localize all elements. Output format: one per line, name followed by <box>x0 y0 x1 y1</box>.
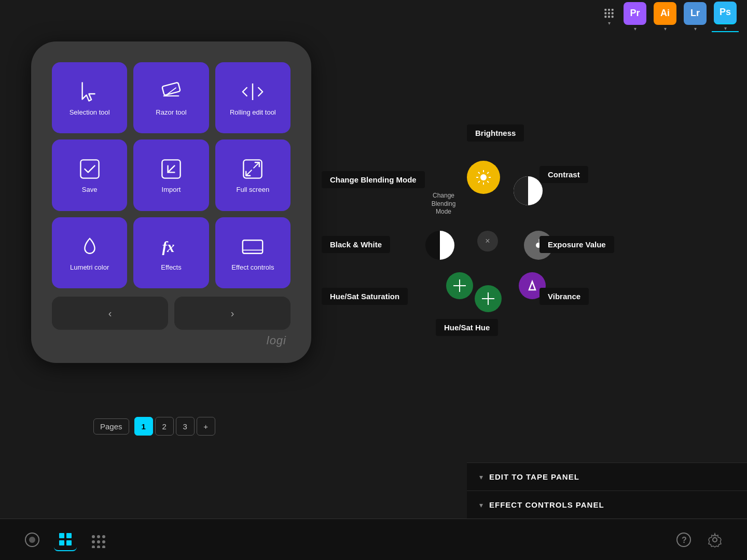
svg-rect-5 <box>612 12 614 15</box>
svg-line-16 <box>254 163 259 169</box>
svg-rect-35 <box>66 533 72 538</box>
edit-to-tape-chevron: ▾ <box>479 473 483 481</box>
svg-line-27 <box>487 181 489 183</box>
svg-point-33 <box>29 537 35 543</box>
svg-point-21 <box>480 174 487 180</box>
full-screen-button[interactable]: Full screen <box>215 139 290 211</box>
selection-tool-button[interactable]: Selection tool <box>52 62 127 133</box>
exposure-value-label: Exposure Value <box>540 236 614 253</box>
bottom-left-icons <box>21 528 110 551</box>
svg-rect-13 <box>80 160 99 178</box>
contrast-label: Contrast <box>540 166 588 183</box>
page-2-button[interactable]: 2 <box>155 417 174 436</box>
device-nav-row: ‹ › <box>52 297 290 330</box>
brightness-label: Brightness <box>467 124 524 142</box>
svg-point-42 <box>97 540 100 543</box>
pages-row: Pages 1 2 3 + <box>93 417 215 436</box>
panels-container: ▾ EDIT TO TAPE PANEL ▾ EFFECT CONTROLS P… <box>467 463 747 519</box>
x-dial[interactable]: × <box>477 231 498 251</box>
device-logo: logi <box>52 334 290 347</box>
svg-rect-37 <box>66 540 72 545</box>
lumetri-color-button[interactable]: Lumetri color <box>52 217 127 288</box>
effect-controls-title: EFFECT CONTROLS PANEL <box>489 500 604 509</box>
svg-point-41 <box>92 540 95 543</box>
edit-to-tape-panel[interactable]: ▾ EDIT TO TAPE PANEL <box>467 463 747 491</box>
bottom-grid-icon[interactable] <box>54 528 77 551</box>
change-blending-mode-inner: ChangeBlendingMode <box>423 192 464 216</box>
page-add-button[interactable]: + <box>197 417 215 436</box>
nav-app-ai[interactable]: Ai ▾ <box>652 2 679 32</box>
hue-sat-saturation-label: Hue/Sat Saturation <box>322 288 408 305</box>
svg-point-44 <box>92 545 95 548</box>
change-blending-mode-label: Change Blending Mode <box>322 171 425 188</box>
settings-icon[interactable] <box>703 528 726 551</box>
import-button[interactable]: Import <box>133 139 209 211</box>
device-prev-button[interactable]: ‹ <box>52 297 168 330</box>
apps-grid-button[interactable]: ▾ <box>600 7 618 26</box>
page-3-button[interactable]: 3 <box>176 417 195 436</box>
edit-to-tape-title: EDIT TO TAPE PANEL <box>489 472 579 481</box>
svg-rect-19 <box>243 240 262 254</box>
hue-sat-hue-dial[interactable] <box>475 285 502 312</box>
svg-point-39 <box>97 535 100 538</box>
effect-controls-button[interactable]: Effect controls <box>215 217 290 288</box>
device-container: Selection tool Razor tool Rolling edit <box>31 41 311 363</box>
razor-tool-button[interactable]: Razor tool <box>133 62 209 133</box>
svg-line-29 <box>478 181 480 183</box>
bottom-dots-icon[interactable] <box>87 528 110 551</box>
svg-rect-1 <box>608 9 610 11</box>
svg-text:fx: fx <box>162 238 174 255</box>
svg-rect-6 <box>604 16 606 18</box>
svg-rect-9 <box>162 82 180 95</box>
svg-point-45 <box>97 545 100 548</box>
svg-line-17 <box>247 170 252 175</box>
black-white-dial[interactable] <box>425 231 454 260</box>
hue-sat-hue-label: Hue/Sat Hue <box>436 319 498 336</box>
svg-marker-31 <box>529 282 535 290</box>
nav-app-ps[interactable]: Ps ▾ <box>712 2 739 32</box>
svg-line-28 <box>487 172 489 174</box>
vibrance-label: Vibrance <box>540 288 589 305</box>
svg-rect-36 <box>59 540 64 545</box>
save-button[interactable]: Save <box>52 139 127 211</box>
bottom-bar: ? <box>0 519 747 560</box>
page-1-button[interactable]: 1 <box>134 417 153 436</box>
svg-rect-34 <box>59 533 64 538</box>
rolling-edit-tool-button[interactable]: Rolling edit tool <box>215 62 290 133</box>
nav-app-lr[interactable]: Lr ▾ <box>682 2 709 32</box>
svg-rect-7 <box>608 16 610 18</box>
device-next-button[interactable]: › <box>174 297 290 330</box>
nav-app-pr[interactable]: Pr ▾ <box>621 2 648 32</box>
bottom-circle-icon[interactable] <box>21 528 44 551</box>
effect-controls-chevron: ▾ <box>479 501 483 509</box>
svg-point-49 <box>713 538 717 542</box>
pages-label: Pages <box>93 418 129 435</box>
bottom-right-icons: ? <box>672 528 726 551</box>
effects-button[interactable]: fx Effects <box>133 217 209 288</box>
loupedeck-device: Selection tool Razor tool Rolling edit <box>31 41 311 363</box>
hue-sat-saturation-dial[interactable] <box>446 272 473 299</box>
help-icon[interactable]: ? <box>672 528 695 551</box>
svg-point-40 <box>102 535 105 538</box>
svg-text:?: ? <box>682 536 687 544</box>
svg-rect-4 <box>608 12 610 15</box>
svg-rect-2 <box>612 9 614 11</box>
svg-rect-3 <box>604 12 606 15</box>
svg-point-43 <box>102 540 105 543</box>
brightness-dial[interactable] <box>467 161 500 194</box>
svg-point-46 <box>102 545 105 548</box>
svg-line-26 <box>478 172 480 174</box>
svg-point-38 <box>92 535 95 538</box>
svg-rect-8 <box>612 16 614 18</box>
contrast-dial[interactable] <box>514 176 543 205</box>
effect-controls-panel[interactable]: ▾ EFFECT CONTROLS PANEL <box>467 491 747 519</box>
svg-rect-0 <box>604 9 606 11</box>
device-button-grid: Selection tool Razor tool Rolling edit <box>52 62 290 288</box>
top-nav: ▾ Pr ▾ Ai ▾ Lr ▾ Ps ▾ <box>591 0 747 33</box>
black-white-label: Black & White <box>322 236 390 253</box>
